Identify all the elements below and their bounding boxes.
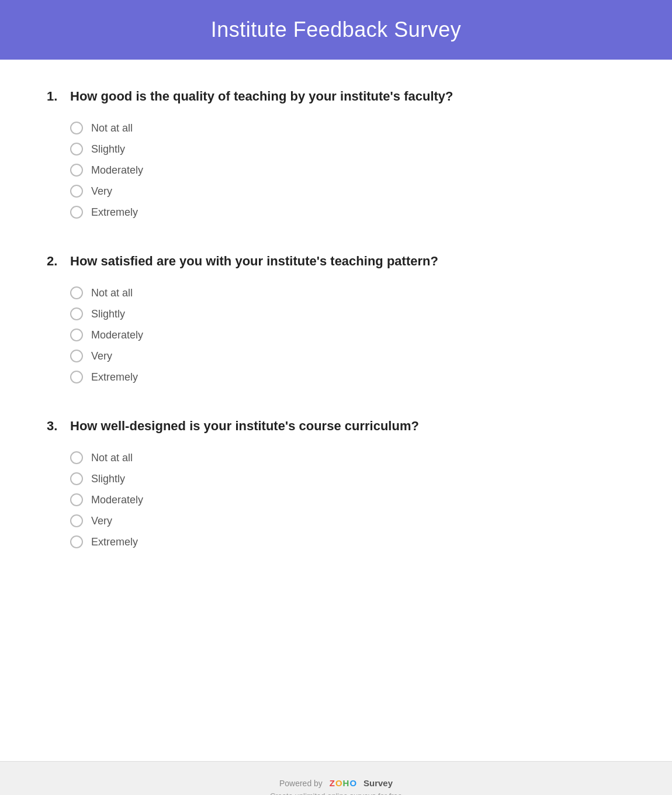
radio-q3-slightly[interactable]	[70, 472, 83, 485]
option-label: Slightly	[91, 473, 125, 485]
question-3-title: 3. How well-designed is your institute's…	[47, 419, 625, 434]
list-item[interactable]: Extremely	[70, 206, 625, 219]
question-3-number: 3.	[47, 419, 64, 434]
list-item[interactable]: Extremely	[70, 535, 625, 548]
option-label: Moderately	[91, 494, 143, 506]
radio-q2-slightly[interactable]	[70, 307, 83, 320]
question-3: 3. How well-designed is your institute's…	[47, 419, 625, 548]
option-label: Extremely	[91, 371, 138, 383]
question-1-options: Not at all Slightly Moderately Very Extr…	[70, 122, 625, 219]
zoho-letter-o1: O	[335, 778, 342, 788]
radio-q3-not-at-all[interactable]	[70, 451, 83, 464]
list-item[interactable]: Slightly	[70, 143, 625, 155]
question-2-text: How satisfied are you with your institut…	[70, 254, 438, 269]
radio-q2-very[interactable]	[70, 350, 83, 362]
footer-tagline: Create unlimited online surveys for free	[12, 791, 660, 795]
radio-q1-slightly[interactable]	[70, 143, 83, 155]
question-1-text: How good is the quality of teaching by y…	[70, 89, 453, 104]
list-item[interactable]: Moderately	[70, 164, 625, 177]
list-item[interactable]: Slightly	[70, 307, 625, 320]
option-label: Very	[91, 515, 112, 527]
radio-q3-extremely[interactable]	[70, 535, 83, 548]
zoho-letter-o2: O	[349, 778, 356, 788]
option-label: Moderately	[91, 329, 143, 341]
radio-q1-extremely[interactable]	[70, 206, 83, 219]
list-item[interactable]: Very	[70, 185, 625, 198]
radio-q3-very[interactable]	[70, 514, 83, 527]
list-item[interactable]: Moderately	[70, 493, 625, 506]
zoho-logo: ZOHO	[330, 778, 356, 788]
question-2-title: 2. How satisfied are you with your insti…	[47, 254, 625, 269]
survey-brand-text: Survey	[363, 778, 393, 788]
option-label: Extremely	[91, 206, 138, 219]
question-1-number: 1.	[47, 89, 64, 104]
radio-q1-very[interactable]	[70, 185, 83, 198]
question-1-title: 1. How good is the quality of teaching b…	[47, 89, 625, 104]
option-label: Very	[91, 185, 112, 198]
question-1: 1. How good is the quality of teaching b…	[47, 89, 625, 219]
survey-header: Institute Feedback Survey	[0, 0, 672, 60]
zoho-letter-h: H	[343, 778, 349, 788]
list-item[interactable]: Extremely	[70, 371, 625, 383]
option-label: Moderately	[91, 164, 143, 177]
survey-footer: Powered by ZOHO Survey Create unlimited …	[0, 761, 672, 795]
question-2-number: 2.	[47, 254, 64, 269]
survey-body: 1. How good is the quality of teaching b…	[0, 60, 672, 761]
option-label: Not at all	[91, 122, 133, 134]
list-item[interactable]: Slightly	[70, 472, 625, 485]
question-2-options: Not at all Slightly Moderately Very Extr…	[70, 286, 625, 383]
option-label: Not at all	[91, 452, 133, 464]
list-item[interactable]: Not at all	[70, 286, 625, 299]
list-item[interactable]: Not at all	[70, 451, 625, 464]
powered-by-text: Powered by	[279, 779, 323, 788]
radio-q1-not-at-all[interactable]	[70, 122, 83, 134]
footer-powered-by: Powered by ZOHO Survey	[12, 778, 660, 788]
question-2: 2. How satisfied are you with your insti…	[47, 254, 625, 383]
list-item[interactable]: Moderately	[70, 329, 625, 341]
option-label: Extremely	[91, 536, 138, 548]
option-label: Very	[91, 350, 112, 362]
question-3-options: Not at all Slightly Moderately Very Extr…	[70, 451, 625, 548]
zoho-letter-z: Z	[330, 778, 335, 788]
survey-title: Institute Feedback Survey	[12, 18, 660, 42]
option-label: Not at all	[91, 287, 133, 299]
radio-q2-extremely[interactable]	[70, 371, 83, 383]
list-item[interactable]: Very	[70, 350, 625, 362]
option-label: Slightly	[91, 308, 125, 320]
radio-q2-not-at-all[interactable]	[70, 286, 83, 299]
list-item[interactable]: Not at all	[70, 122, 625, 134]
list-item[interactable]: Very	[70, 514, 625, 527]
question-3-text: How well-designed is your institute's co…	[70, 419, 419, 434]
radio-q1-moderately[interactable]	[70, 164, 83, 177]
option-label: Slightly	[91, 143, 125, 155]
radio-q3-moderately[interactable]	[70, 493, 83, 506]
radio-q2-moderately[interactable]	[70, 329, 83, 341]
